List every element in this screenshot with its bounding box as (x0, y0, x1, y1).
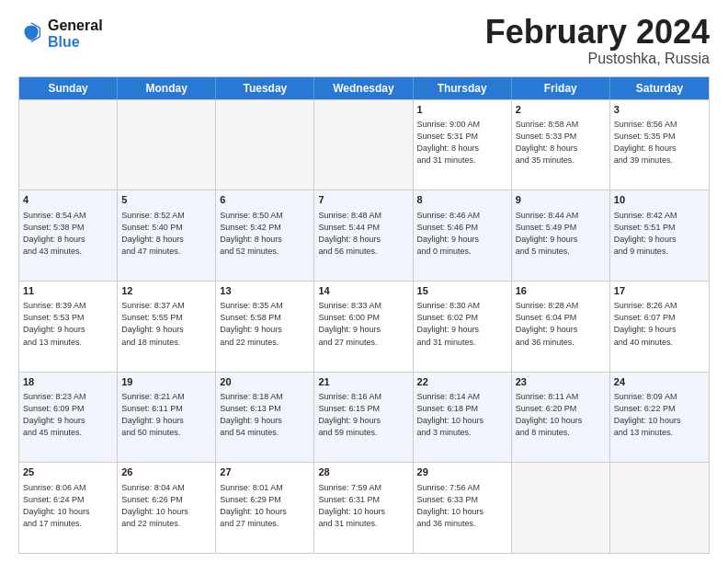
calendar-cell: 11Sunrise: 8:39 AMSunset: 5:53 PMDayligh… (19, 282, 118, 372)
calendar-cell: 8Sunrise: 8:46 AMSunset: 5:46 PMDaylight… (414, 190, 512, 281)
calendar-cell: 21Sunrise: 8:16 AMSunset: 6:15 PMDayligh… (314, 373, 413, 463)
calendar-week-1: 1Sunrise: 9:00 AMSunset: 5:31 PMDaylight… (19, 99, 709, 190)
header-day-tuesday: Tuesday (216, 77, 314, 99)
day-number: 15 (417, 284, 507, 298)
day-info: Sunrise: 8:14 AMSunset: 6:18 PMDaylight:… (417, 391, 507, 439)
day-number: 3 (614, 103, 705, 117)
calendar: SundayMondayTuesdayWednesdayThursdayFrid… (18, 76, 710, 554)
day-number: 11 (23, 284, 113, 298)
day-number: 21 (318, 375, 408, 389)
day-number: 20 (220, 375, 310, 389)
day-number: 5 (121, 193, 211, 207)
calendar-cell: 15Sunrise: 8:30 AMSunset: 6:02 PMDayligh… (414, 282, 512, 372)
header: General Blue February 2024 Pustoshka, Ru… (18, 14, 710, 67)
header-day-thursday: Thursday (414, 77, 512, 99)
calendar-cell: 13Sunrise: 8:35 AMSunset: 5:58 PMDayligh… (216, 282, 314, 372)
day-number: 4 (23, 193, 113, 207)
day-info: Sunrise: 8:37 AMSunset: 5:55 PMDaylight:… (121, 300, 211, 348)
calendar-cell: 26Sunrise: 8:04 AMSunset: 6:26 PMDayligh… (118, 463, 216, 553)
day-info: Sunrise: 8:58 AMSunset: 5:33 PMDaylight:… (516, 119, 606, 167)
day-info: Sunrise: 8:30 AMSunset: 6:02 PMDaylight:… (417, 300, 507, 348)
day-number: 25 (23, 465, 113, 479)
calendar-cell: 27Sunrise: 8:01 AMSunset: 6:29 PMDayligh… (216, 463, 314, 553)
day-info: Sunrise: 7:59 AMSunset: 6:31 PMDaylight:… (318, 482, 408, 530)
calendar-cell: 19Sunrise: 8:21 AMSunset: 6:11 PMDayligh… (118, 373, 216, 463)
calendar-cell: 17Sunrise: 8:26 AMSunset: 6:07 PMDayligh… (610, 282, 709, 372)
day-info: Sunrise: 8:46 AMSunset: 5:46 PMDaylight:… (417, 210, 507, 258)
calendar-cell: 12Sunrise: 8:37 AMSunset: 5:55 PMDayligh… (118, 282, 216, 372)
day-info: Sunrise: 8:01 AMSunset: 6:29 PMDaylight:… (220, 482, 310, 530)
day-number: 19 (121, 375, 211, 389)
header-day-saturday: Saturday (610, 77, 709, 99)
page: General Blue February 2024 Pustoshka, Ru… (0, 0, 728, 563)
day-number: 26 (121, 465, 211, 479)
calendar-week-2: 4Sunrise: 8:54 AMSunset: 5:38 PMDaylight… (19, 190, 709, 281)
header-day-wednesday: Wednesday (314, 77, 413, 99)
day-info: Sunrise: 8:06 AMSunset: 6:24 PMDaylight:… (23, 482, 113, 530)
calendar-cell (216, 100, 314, 190)
day-number: 6 (220, 193, 310, 207)
day-number: 2 (516, 103, 606, 117)
day-number: 8 (417, 193, 507, 207)
calendar-cell: 20Sunrise: 8:18 AMSunset: 6:13 PMDayligh… (216, 373, 314, 463)
day-info: Sunrise: 8:33 AMSunset: 6:00 PMDaylight:… (318, 300, 408, 348)
calendar-cell: 14Sunrise: 8:33 AMSunset: 6:00 PMDayligh… (314, 282, 413, 372)
location-subtitle: Pustoshka, Russia (485, 51, 710, 67)
calendar-cell: 22Sunrise: 8:14 AMSunset: 6:18 PMDayligh… (414, 373, 512, 463)
day-info: Sunrise: 8:39 AMSunset: 5:53 PMDaylight:… (23, 300, 113, 348)
calendar-cell: 1Sunrise: 9:00 AMSunset: 5:31 PMDaylight… (414, 100, 512, 190)
calendar-cell (512, 463, 610, 553)
calendar-cell: 2Sunrise: 8:58 AMSunset: 5:33 PMDaylight… (512, 100, 610, 190)
day-number: 29 (417, 465, 507, 479)
logo-icon (18, 21, 44, 47)
calendar-cell: 7Sunrise: 8:48 AMSunset: 5:44 PMDaylight… (314, 190, 413, 281)
day-number: 12 (121, 284, 211, 298)
day-info: Sunrise: 8:11 AMSunset: 6:20 PMDaylight:… (516, 391, 606, 439)
logo-line1: General (48, 17, 103, 34)
day-info: Sunrise: 8:44 AMSunset: 5:49 PMDaylight:… (516, 210, 606, 258)
day-info: Sunrise: 8:52 AMSunset: 5:40 PMDaylight:… (121, 210, 211, 258)
logo-line2: Blue (48, 34, 103, 51)
day-info: Sunrise: 8:56 AMSunset: 5:35 PMDaylight:… (614, 119, 705, 167)
calendar-cell: 25Sunrise: 8:06 AMSunset: 6:24 PMDayligh… (19, 463, 118, 553)
day-number: 7 (318, 193, 408, 207)
day-info: Sunrise: 7:56 AMSunset: 6:33 PMDaylight:… (417, 482, 507, 530)
day-info: Sunrise: 8:54 AMSunset: 5:38 PMDaylight:… (23, 210, 113, 258)
calendar-cell (610, 463, 709, 553)
month-title: February 2024 (485, 14, 710, 51)
logo: General Blue (18, 17, 103, 52)
calendar-cell: 5Sunrise: 8:52 AMSunset: 5:40 PMDaylight… (118, 190, 216, 281)
calendar-body: 1Sunrise: 9:00 AMSunset: 5:31 PMDaylight… (19, 99, 709, 553)
calendar-week-5: 25Sunrise: 8:06 AMSunset: 6:24 PMDayligh… (19, 462, 709, 553)
day-number: 18 (23, 375, 113, 389)
day-info: Sunrise: 9:00 AMSunset: 5:31 PMDaylight:… (417, 119, 507, 167)
day-info: Sunrise: 8:21 AMSunset: 6:11 PMDaylight:… (121, 391, 211, 439)
day-number: 1 (417, 103, 507, 117)
day-info: Sunrise: 8:28 AMSunset: 6:04 PMDaylight:… (516, 300, 606, 348)
calendar-cell: 24Sunrise: 8:09 AMSunset: 6:22 PMDayligh… (610, 373, 709, 463)
day-number: 22 (417, 375, 507, 389)
calendar-cell (19, 100, 118, 190)
day-info: Sunrise: 8:04 AMSunset: 6:26 PMDaylight:… (121, 482, 211, 530)
calendar-cell (118, 100, 216, 190)
calendar-cell: 29Sunrise: 7:56 AMSunset: 6:33 PMDayligh… (414, 463, 512, 553)
day-info: Sunrise: 8:35 AMSunset: 5:58 PMDaylight:… (220, 300, 310, 348)
day-info: Sunrise: 8:50 AMSunset: 5:42 PMDaylight:… (220, 210, 310, 258)
calendar-cell: 6Sunrise: 8:50 AMSunset: 5:42 PMDaylight… (216, 190, 314, 281)
calendar-cell (314, 100, 413, 190)
day-number: 27 (220, 465, 310, 479)
day-number: 16 (516, 284, 606, 298)
day-info: Sunrise: 8:09 AMSunset: 6:22 PMDaylight:… (614, 391, 705, 439)
day-number: 23 (516, 375, 606, 389)
header-day-sunday: Sunday (19, 77, 118, 99)
header-day-monday: Monday (118, 77, 216, 99)
day-info: Sunrise: 8:16 AMSunset: 6:15 PMDaylight:… (318, 391, 408, 439)
calendar-cell: 9Sunrise: 8:44 AMSunset: 5:49 PMDaylight… (512, 190, 610, 281)
day-number: 28 (318, 465, 408, 479)
day-number: 14 (318, 284, 408, 298)
day-info: Sunrise: 8:26 AMSunset: 6:07 PMDaylight:… (614, 300, 705, 348)
calendar-week-3: 11Sunrise: 8:39 AMSunset: 5:53 PMDayligh… (19, 281, 709, 372)
day-number: 13 (220, 284, 310, 298)
calendar-cell: 16Sunrise: 8:28 AMSunset: 6:04 PMDayligh… (512, 282, 610, 372)
calendar-cell: 23Sunrise: 8:11 AMSunset: 6:20 PMDayligh… (512, 373, 610, 463)
